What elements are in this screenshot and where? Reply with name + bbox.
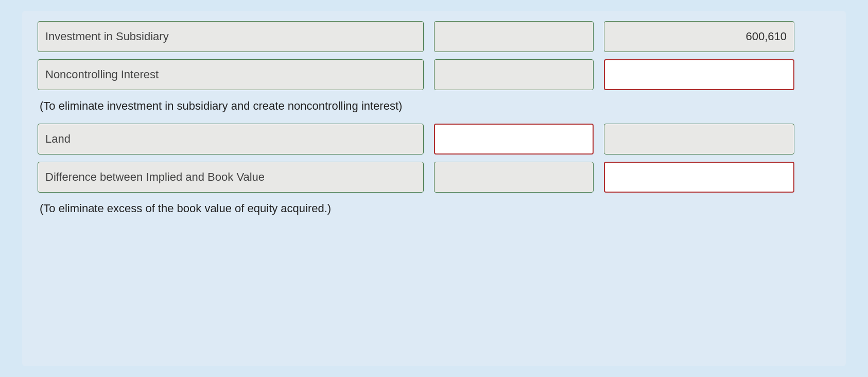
- land-middle-field[interactable]: [434, 124, 594, 155]
- difference-label: Difference between Implied and Book Valu…: [38, 162, 424, 193]
- difference-middle-field[interactable]: [434, 162, 594, 193]
- note2-text: (To eliminate excess of the book value o…: [38, 200, 830, 217]
- investment-middle-field[interactable]: [434, 21, 594, 52]
- land-row: Land: [38, 124, 830, 155]
- land-label: Land: [38, 124, 424, 155]
- noncontrolling-label: Noncontrolling Interest: [38, 59, 424, 90]
- difference-row: Difference between Implied and Book Valu…: [38, 162, 830, 193]
- noncontrolling-row: Noncontrolling Interest: [38, 59, 830, 90]
- investment-right-field[interactable]: 600,610: [604, 21, 794, 52]
- investment-label: Investment in Subsidiary: [38, 21, 424, 52]
- main-container: Investment in Subsidiary 600,610 Noncont…: [22, 11, 846, 366]
- difference-right-field[interactable]: [604, 162, 794, 193]
- note1-text: (To eliminate investment in subsidiary a…: [38, 97, 830, 114]
- land-right-field[interactable]: [604, 124, 794, 155]
- noncontrolling-middle-field[interactable]: [434, 59, 594, 90]
- investment-row: Investment in Subsidiary 600,610: [38, 21, 830, 52]
- noncontrolling-right-field[interactable]: [604, 59, 794, 90]
